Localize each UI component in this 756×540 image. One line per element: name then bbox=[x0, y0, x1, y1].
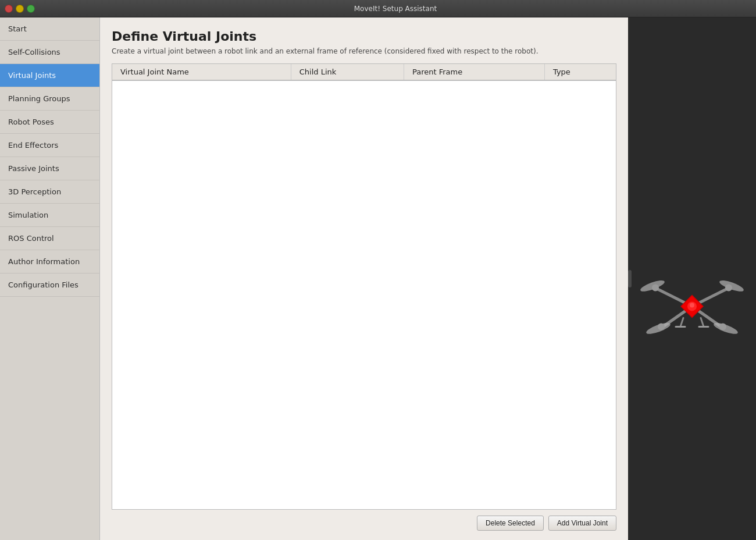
svg-point-10 bbox=[658, 323, 665, 330]
sidebar-item-planning-groups[interactable]: Planning Groups bbox=[0, 87, 99, 111]
sidebar-item-end-effectors[interactable]: End Effectors bbox=[0, 134, 99, 157]
sidebar-item-3d-perception[interactable]: 3D Perception bbox=[0, 180, 99, 204]
sidebar-item-self-collisions[interactable]: Self-Collisions bbox=[0, 41, 99, 64]
minimize-button[interactable] bbox=[16, 5, 24, 13]
viewport-scrollbar bbox=[628, 270, 632, 287]
svg-point-9 bbox=[725, 284, 732, 291]
col-header-parent-frame: Parent Frame bbox=[404, 64, 545, 80]
content-area: Define Virtual Joints Create a virtual j… bbox=[100, 17, 628, 540]
sidebar: StartSelf-CollisionsVirtual JointsPlanni… bbox=[0, 17, 100, 540]
col-header-child-link: Child Link bbox=[291, 64, 404, 80]
delete-selected-button[interactable]: Delete Selected bbox=[477, 516, 544, 531]
sidebar-item-virtual-joints[interactable]: Virtual Joints bbox=[0, 64, 99, 87]
sidebar-item-ros-control[interactable]: ROS Control bbox=[0, 227, 99, 250]
3d-viewport bbox=[628, 17, 756, 540]
sidebar-item-robot-poses[interactable]: Robot Poses bbox=[0, 111, 99, 134]
page-subtitle: Create a virtual joint between a robot l… bbox=[112, 47, 616, 55]
virtual-joints-table-container: Virtual Joint NameChild LinkParent Frame… bbox=[112, 63, 616, 510]
col-header-type: Type bbox=[544, 64, 616, 80]
sidebar-item-simulation[interactable]: Simulation bbox=[0, 204, 99, 227]
virtual-joints-table: Virtual Joint NameChild LinkParent Frame… bbox=[112, 64, 616, 81]
table-header: Virtual Joint NameChild LinkParent Frame… bbox=[112, 64, 616, 80]
titlebar: MoveIt! Setup Assistant bbox=[0, 0, 756, 17]
close-button[interactable] bbox=[5, 5, 13, 13]
sidebar-item-start[interactable]: Start bbox=[0, 17, 99, 41]
svg-point-8 bbox=[652, 284, 659, 291]
drone-model bbox=[640, 260, 744, 354]
bottom-bar: Delete Selected Add Virtual Joint bbox=[112, 510, 616, 534]
svg-line-17 bbox=[701, 318, 704, 326]
sidebar-spacer bbox=[0, 297, 99, 540]
sidebar-item-author-information[interactable]: Author Information bbox=[0, 250, 99, 273]
window-controls[interactable] bbox=[5, 5, 35, 13]
svg-line-16 bbox=[680, 318, 683, 326]
main-container: StartSelf-CollisionsVirtual JointsPlanni… bbox=[0, 17, 756, 540]
col-header-virtual-joint-name: Virtual Joint Name bbox=[112, 64, 291, 80]
page-title: Define Virtual Joints bbox=[112, 29, 616, 44]
add-virtual-joint-button[interactable]: Add Virtual Joint bbox=[548, 516, 616, 531]
sidebar-item-passive-joints[interactable]: Passive Joints bbox=[0, 157, 99, 180]
maximize-button[interactable] bbox=[27, 5, 35, 13]
window-title: MoveIt! Setup Assistant bbox=[40, 5, 751, 13]
svg-point-11 bbox=[719, 323, 726, 330]
sidebar-item-configuration-files[interactable]: Configuration Files bbox=[0, 273, 99, 297]
svg-point-15 bbox=[690, 303, 694, 307]
